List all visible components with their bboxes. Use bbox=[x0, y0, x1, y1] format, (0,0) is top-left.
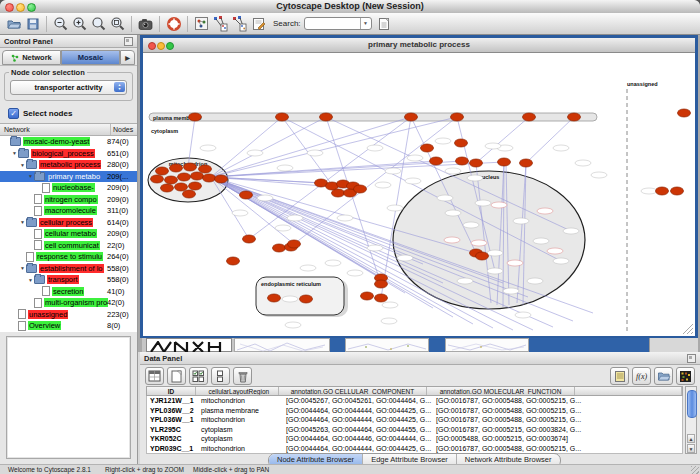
graph-node[interactable] bbox=[170, 164, 183, 172]
graph-edge[interactable] bbox=[211, 161, 462, 177]
table-row[interactable]: YPL036W__2plasma membrane[GO:0044464, GO… bbox=[147, 406, 682, 416]
graph-node[interactable] bbox=[183, 190, 196, 198]
background-window-border[interactable] bbox=[529, 338, 649, 352]
graph-node[interactable] bbox=[276, 113, 289, 121]
graph-node[interactable] bbox=[671, 187, 684, 195]
canvas-resize-grip[interactable] bbox=[683, 324, 693, 334]
table-column-header[interactable]: ID bbox=[147, 387, 196, 395]
graph-node[interactable] bbox=[178, 173, 191, 181]
graph-edge[interactable] bbox=[211, 177, 423, 264]
annotation-button[interactable] bbox=[249, 14, 268, 33]
float-panel-icon[interactable] bbox=[124, 37, 133, 46]
delete-attribute-button[interactable] bbox=[233, 367, 252, 385]
graph-node[interactable] bbox=[421, 144, 434, 152]
layout-b-button[interactable] bbox=[230, 14, 249, 33]
graph-node[interactable] bbox=[456, 157, 469, 165]
expander-arrow-icon[interactable]: ▼ bbox=[19, 265, 26, 271]
tree-row[interactable]: cellular metabo209(0) bbox=[0, 228, 137, 240]
graph-node[interactable] bbox=[430, 157, 443, 165]
graph-node[interactable] bbox=[451, 113, 464, 121]
graph-node[interactable] bbox=[320, 113, 333, 121]
zoom-in-button[interactable] bbox=[70, 14, 89, 33]
scroll-up-button[interactable]: ▲ bbox=[687, 434, 695, 443]
search-dropdown-arrow-icon[interactable]: ▼ bbox=[360, 18, 371, 29]
graph-node[interactable] bbox=[332, 189, 345, 197]
graph-node[interactable] bbox=[568, 113, 581, 121]
window-resize-grip[interactable] bbox=[691, 466, 699, 474]
tree-row[interactable]: macromolecule311(0) bbox=[0, 205, 137, 217]
select-attributes-button[interactable] bbox=[189, 367, 208, 385]
tree-row[interactable]: nucleobase-209(0) bbox=[0, 182, 137, 194]
network-window-titlebar[interactable]: primary metabolic process bbox=[143, 38, 695, 53]
layout-a-button[interactable] bbox=[211, 14, 230, 33]
tree-row[interactable]: ▼metabolic process280(0) bbox=[0, 159, 137, 171]
column-nodes[interactable]: Nodes bbox=[111, 124, 137, 135]
tree-row[interactable]: ▼primary metabo209(... bbox=[0, 171, 137, 183]
network-view-window[interactable]: primary metabolic process plasma membran… bbox=[140, 35, 698, 338]
table-row[interactable]: YPL036W__1mitochondrion[GO:0044464, GO:0… bbox=[147, 415, 682, 425]
new-attribute-button[interactable] bbox=[167, 367, 186, 385]
tree-row[interactable]: response to stimulu264(0) bbox=[0, 251, 137, 263]
graph-node[interactable] bbox=[165, 176, 178, 184]
tree-row[interactable]: unassigned223(0) bbox=[0, 309, 137, 321]
tree-row[interactable]: ▼biological_process651(0) bbox=[0, 148, 137, 160]
background-window[interactable] bbox=[649, 338, 698, 352]
graph-node[interactable] bbox=[455, 139, 468, 147]
background-window[interactable] bbox=[445, 338, 529, 352]
import-attributes-button[interactable] bbox=[654, 367, 673, 385]
graph-node[interactable] bbox=[151, 175, 164, 183]
graph-node[interactable] bbox=[520, 159, 533, 167]
table-row[interactable]: YKR052Ccytoplasm[GO:0044464, GO:0044446,… bbox=[147, 434, 682, 444]
graph-edge[interactable] bbox=[526, 117, 574, 163]
graph-node[interactable] bbox=[498, 158, 511, 166]
table-column-header[interactable]: annotation.GO MOLECULAR_FUNCTION bbox=[427, 387, 575, 395]
graph-node[interactable] bbox=[191, 172, 204, 180]
function-builder-button[interactable]: f(x) bbox=[632, 367, 651, 385]
graph-node[interactable] bbox=[161, 184, 174, 192]
graph-node[interactable] bbox=[199, 165, 212, 173]
tree-row[interactable]: ▼establishment of lo558(0) bbox=[0, 263, 137, 275]
more-tabs-button[interactable]: ▶ bbox=[120, 50, 135, 65]
background-window-overview[interactable] bbox=[146, 338, 232, 352]
tree-row[interactable]: mosaic-demo-yeast874(0) bbox=[0, 136, 137, 148]
graph-node[interactable] bbox=[175, 183, 188, 191]
graph-node[interactable] bbox=[240, 191, 253, 199]
graph-node[interactable] bbox=[375, 294, 388, 302]
birds-eye-view[interactable] bbox=[6, 336, 131, 459]
zoom-out-button[interactable] bbox=[51, 14, 70, 33]
graph-node[interactable] bbox=[375, 280, 388, 288]
graph-node[interactable] bbox=[184, 163, 197, 171]
graph-node[interactable] bbox=[476, 252, 489, 260]
graph-node[interactable] bbox=[300, 295, 313, 303]
table-column-header[interactable] bbox=[575, 387, 682, 395]
scrollbar-thumb[interactable] bbox=[687, 390, 697, 418]
attribute-matrix-button[interactable] bbox=[676, 367, 695, 385]
table-row[interactable]: YDR039C__1mitochondrion[GO:0044464, GO:0… bbox=[147, 444, 682, 454]
tab-network[interactable]: Network bbox=[2, 50, 61, 65]
expander-arrow-icon[interactable]: ▼ bbox=[19, 219, 26, 225]
graph-edge[interactable] bbox=[476, 117, 529, 163]
graph-node[interactable] bbox=[470, 159, 483, 167]
background-window[interactable] bbox=[234, 338, 330, 352]
graph-node[interactable] bbox=[156, 167, 169, 175]
tree-row[interactable]: multi-organism pro42(0) bbox=[0, 297, 137, 309]
tree-row[interactable]: ▼cellular process614(0) bbox=[0, 217, 137, 229]
graph-node[interactable] bbox=[405, 113, 418, 121]
select-nodes-checkbox[interactable]: ✓ bbox=[8, 108, 19, 119]
tab-mosaic[interactable]: Mosaic bbox=[61, 50, 120, 65]
search-input[interactable]: ▼ bbox=[304, 17, 372, 30]
scroll-down-button[interactable]: ▼ bbox=[687, 444, 695, 453]
node-color-dropdown[interactable]: transporter activity ▲▼ bbox=[10, 80, 127, 95]
graph-node[interactable] bbox=[268, 294, 281, 302]
graph-node[interactable] bbox=[288, 240, 301, 248]
zoom-selected-region-button[interactable] bbox=[108, 14, 127, 33]
help-button[interactable] bbox=[164, 14, 183, 33]
float-panel-icon[interactable] bbox=[687, 354, 696, 363]
expander-arrow-icon[interactable]: ▼ bbox=[27, 173, 34, 179]
network-canvas[interactable]: plasma membrane cytoplasm mitochondrion … bbox=[143, 53, 695, 336]
graph-node[interactable] bbox=[273, 244, 286, 252]
graph-node[interactable] bbox=[678, 109, 691, 117]
save-session-button[interactable] bbox=[23, 14, 42, 33]
snapshot-button[interactable] bbox=[136, 14, 155, 33]
open-session-button[interactable] bbox=[4, 14, 23, 33]
